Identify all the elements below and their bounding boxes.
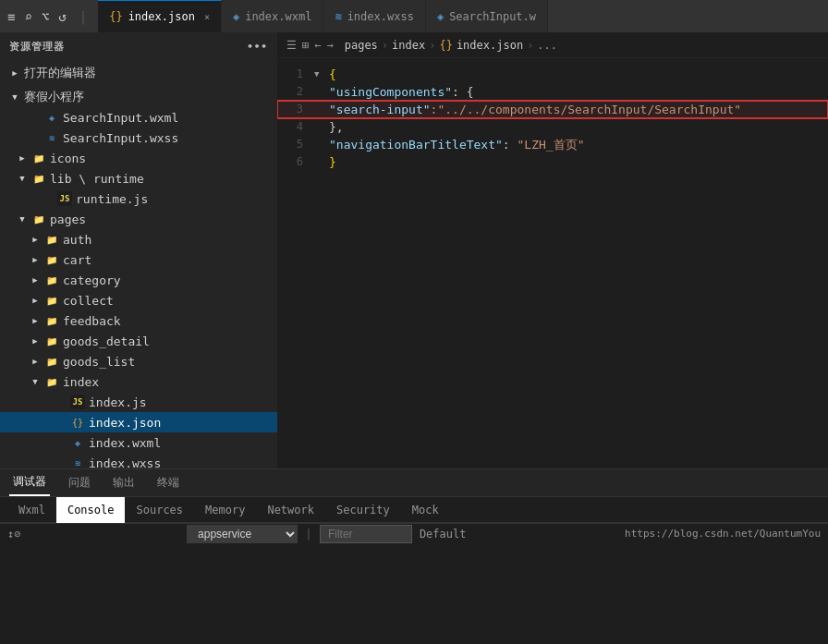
sidebar-item-goods-detail[interactable]: 📁goods_detail <box>0 331 277 351</box>
arrow-index <box>30 376 41 387</box>
label-index.wxml: index.wxml <box>89 436 161 450</box>
expand-icon[interactable]: ↕ <box>7 528 14 541</box>
console-tab-Wxml[interactable]: Wxml <box>7 497 56 523</box>
label-SearchInput.wxml: SearchInput.wxml <box>63 111 178 125</box>
panel-tab-调试器[interactable]: 调试器 <box>9 469 50 496</box>
code-line-5: 5 "navigationBarTitleText": "LZH_首页" <box>277 136 828 153</box>
block-icon[interactable]: ⊘ <box>14 528 20 541</box>
open-editors-arrow <box>9 67 20 79</box>
label-index.json: index.json <box>89 416 161 430</box>
console-tab-Mock[interactable]: Mock <box>401 497 450 523</box>
breadcrumb-json-icon: {} <box>439 39 452 52</box>
label-index: index <box>63 375 99 389</box>
console-tab-Console[interactable]: Console <box>56 497 126 523</box>
icon-SearchInput.wxss: ≋ <box>44 130 59 145</box>
tab-close-index-json[interactable]: × <box>204 12 210 22</box>
code-line-1: 1▼{ <box>277 66 828 83</box>
sidebar-section-project: 赛假小程序◈SearchInput.wxml≋SearchInput.wxss📁… <box>0 85 277 468</box>
label-pages: pages <box>50 213 86 226</box>
label-category: category <box>63 273 121 287</box>
arrow-index.json <box>55 417 67 428</box>
sidebar-section-project-header[interactable]: 赛假小程序 <box>0 87 277 107</box>
sidebar-item-auth[interactable]: 📁auth <box>0 229 277 249</box>
branch-icon[interactable]: ⌥ <box>42 9 49 24</box>
label-SearchInput.wxss: SearchInput.wxss <box>63 131 178 145</box>
icon-index.wxss: ≋ <box>70 456 85 468</box>
label-cart: cart <box>63 253 91 267</box>
sidebar-item-collect[interactable]: 📁collect <box>0 290 277 310</box>
icon-auth: 📁 <box>44 232 59 247</box>
sidebar-item-index[interactable]: 📁index <box>0 371 277 392</box>
arrow-feedback <box>30 315 41 326</box>
line-number-2: 2 <box>277 83 314 101</box>
sidebar-header-icons: ••• <box>247 41 268 53</box>
sidebar-item-SearchInput-wxss[interactable]: ≋SearchInput.wxss <box>0 128 277 148</box>
url-bar: https://blog.csdn.net/QuantumYou <box>625 528 821 540</box>
sidebar-item-index-wxss[interactable]: ≋index.wxss <box>0 453 277 468</box>
console-tab-Sources[interactable]: Sources <box>125 497 194 523</box>
sidebar-item-goods-list[interactable]: 📁goods_list <box>0 351 277 371</box>
icon-goods_detail: 📁 <box>44 334 59 348</box>
sidebar-item-runtime-js[interactable]: JSruntime.js <box>0 188 277 209</box>
refresh-icon[interactable]: ↺ <box>58 9 66 24</box>
hamburger-icon[interactable]: ≡ <box>7 9 15 24</box>
console-toolbar: WxmlConsoleSourcesMemoryNetworkSecurityM… <box>0 497 828 523</box>
arrow-lib \ runtime <box>17 173 28 184</box>
sidebar-item-SearchInput-wxml[interactable]: ◈SearchInput.wxml <box>0 107 277 128</box>
tab-index-wxml[interactable]: ◈index.wxml <box>222 0 323 32</box>
tab-icon-index-json: {} <box>109 10 122 23</box>
sidebar-title: 资源管理器 <box>9 40 65 54</box>
sidebar-item-feedback[interactable]: 📁feedback <box>0 310 277 331</box>
panel-tab-终端[interactable]: 终端 <box>153 469 183 496</box>
panel-tabs: 调试器问题输出终端 <box>0 469 828 497</box>
panel-tab-输出[interactable]: 输出 <box>109 469 139 496</box>
sidebar-item-index-wxml[interactable]: ◈index.wxml <box>0 432 277 453</box>
panel-tab-问题[interactable]: 问题 <box>65 469 94 496</box>
icon-category: 📁 <box>44 273 59 287</box>
tab-icon-index-wxml: ◈ <box>233 10 239 23</box>
code-line-2: 2 "usingComponents": { <box>277 83 828 101</box>
line-number-3: 3 <box>277 101 314 118</box>
code-editor[interactable]: 1▼{2 "usingComponents": {3 "search-input… <box>277 58 828 468</box>
tab-label-index-wxss: index.wxss <box>347 10 414 23</box>
console-tab-Memory[interactable]: Memory <box>194 497 256 523</box>
sidebar-item-icons[interactable]: 📁icons <box>0 148 277 168</box>
sidebar-item-cart[interactable]: 📁cart <box>0 249 277 270</box>
sidebar-item-lib---runtime[interactable]: 📁lib \ runtime <box>0 168 277 188</box>
search-icon[interactable]: ⌕ <box>24 9 31 24</box>
line-content-5: "navigationBarTitleText": "LZH_首页" <box>329 136 819 153</box>
tab-index-json[interactable]: {}index.json× <box>98 0 222 32</box>
icon-icons: 📁 <box>31 151 46 165</box>
tab-index-wxss[interactable]: ≋index.wxss <box>323 0 425 32</box>
tab-searchinput-w[interactable]: ◈SearchInput.w <box>426 0 548 32</box>
bookmark-icon[interactable]: ⊞ <box>302 39 309 52</box>
more-icon[interactable]: ••• <box>247 41 268 53</box>
sidebar-item-index-json[interactable]: {}index.json <box>0 412 277 432</box>
filter-input[interactable] <box>320 525 412 543</box>
sidebar-item-pages[interactable]: 📁pages <box>0 209 277 229</box>
back-icon[interactable]: ← <box>314 39 321 52</box>
icon-collect: 📁 <box>44 293 59 308</box>
project-label: 赛假小程序 <box>24 89 84 105</box>
appservice-bar: appservice | Default <box>28 525 625 543</box>
sidebar-item-index-js[interactable]: JSindex.js <box>0 392 277 412</box>
sidebar-section-open-editors-header[interactable]: 打开的编辑器 <box>0 63 277 83</box>
line-content-4: }, <box>329 118 819 136</box>
breadcrumb-pages: pages <box>345 39 378 52</box>
console-tab-Network[interactable]: Network <box>256 497 325 523</box>
forward-icon[interactable]: → <box>326 39 333 52</box>
breadcrumb-index: index <box>392 39 425 52</box>
icon-goods_list: 📁 <box>44 354 59 369</box>
console-tab-bar: WxmlConsoleSourcesMemoryNetworkSecurityM… <box>7 497 450 522</box>
tab-label-searchinput-w: SearchInput.w <box>449 10 536 23</box>
arrow-pages <box>17 213 28 225</box>
arrow-SearchInput.wxml <box>30 112 41 123</box>
console-tab-Security[interactable]: Security <box>325 497 401 523</box>
appservice-select[interactable]: appservice <box>187 525 298 543</box>
sidebar-content[interactable]: 打开的编辑器赛假小程序◈SearchInput.wxml≋SearchInput… <box>0 61 277 468</box>
list-icon[interactable]: ☰ <box>286 39 297 52</box>
tab-label-index-wxml: index.wxml <box>245 10 311 23</box>
label-index.wxss: index.wxss <box>89 456 161 469</box>
line-arrow-1: ▼ <box>314 66 329 83</box>
sidebar-item-category[interactable]: 📁category <box>0 270 277 290</box>
